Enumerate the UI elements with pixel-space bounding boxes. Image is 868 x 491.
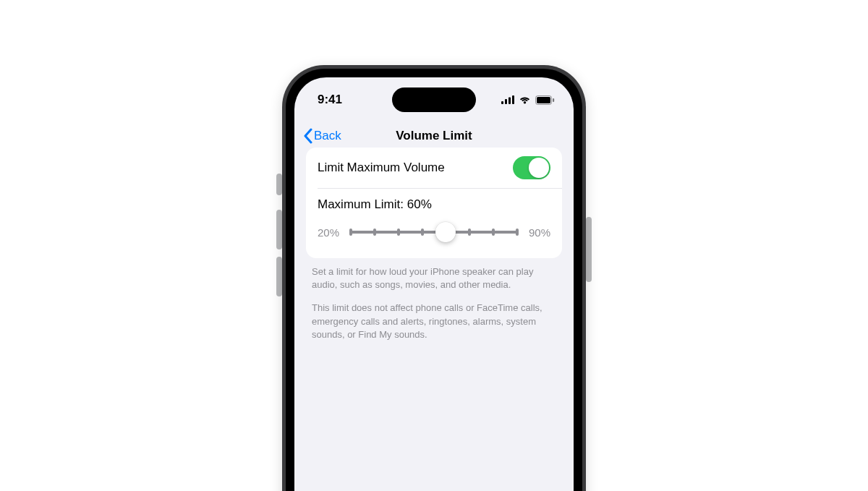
back-button[interactable]: Back bbox=[294, 128, 341, 144]
svg-rect-6 bbox=[553, 98, 554, 102]
svg-rect-3 bbox=[512, 95, 514, 104]
slider-min-label: 20% bbox=[318, 226, 342, 239]
side-button-volume-down bbox=[276, 257, 282, 296]
status-time: 9:41 bbox=[318, 93, 342, 107]
side-button-power bbox=[586, 217, 592, 282]
slider-max-label: 90% bbox=[526, 226, 550, 239]
chevron-left-icon bbox=[303, 128, 312, 144]
settings-card: Limit Maximum Volume Maximum Limit: 60% … bbox=[306, 148, 562, 258]
wifi-icon bbox=[519, 95, 531, 104]
status-bar: 9:41 bbox=[294, 77, 574, 119]
svg-rect-2 bbox=[509, 98, 511, 105]
limit-volume-toggle[interactable] bbox=[513, 156, 550, 179]
toggle-label: Limit Maximum Volume bbox=[318, 161, 445, 175]
svg-rect-5 bbox=[537, 97, 550, 103]
svg-rect-0 bbox=[501, 101, 503, 104]
svg-rect-1 bbox=[505, 99, 507, 104]
cellular-icon bbox=[501, 95, 514, 104]
device-frame: 9:41 bbox=[282, 65, 586, 491]
back-label: Back bbox=[314, 129, 341, 143]
maximum-limit-label: Maximum Limit: 60% bbox=[306, 189, 562, 212]
footer-description: Set a limit for how loud your iPhone spe… bbox=[306, 258, 562, 341]
battery-icon bbox=[535, 95, 555, 105]
side-button-volume-up bbox=[276, 210, 282, 249]
screen: 9:41 bbox=[294, 77, 574, 491]
side-button-silent bbox=[276, 174, 282, 195]
volume-limit-slider[interactable] bbox=[351, 222, 517, 242]
